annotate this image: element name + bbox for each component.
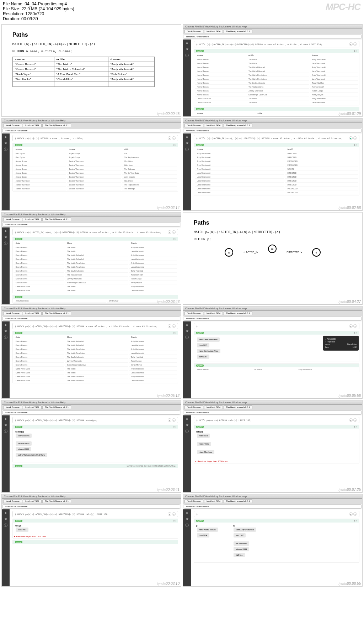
mpc-logo: MPC-HC bbox=[326, 1, 360, 12]
duration: Duration: 00:09:39 bbox=[3, 16, 361, 21]
thumbnail-1[interactable]: Paths MATCH (a)-[:ACTED_IN]->(m)<-[:DIRE… bbox=[1, 24, 181, 117]
run-icon[interactable]: ▶ bbox=[349, 42, 353, 46]
file-size: File Size: 22,9 MB (24 104 929 bytes) bbox=[3, 6, 361, 11]
thumbnail-2[interactable]: Chrome File Edit View History Bookmarks … bbox=[183, 24, 363, 117]
add-icon[interactable]: + bbox=[353, 42, 357, 46]
query[interactable]: $ MATCH (a)-[:ACTED_IN]->(m)<-[:DIRECTED… bbox=[196, 43, 322, 46]
thumbnail-3[interactable]: Chrome File Edit View History Bookmarks … bbox=[1, 118, 181, 211]
thumbnail-8[interactable]: Chrome File Edit View History Bookmarks … bbox=[183, 306, 363, 399]
thumbnail-7[interactable]: Chrome File Edit View History Bookmarks … bbox=[1, 306, 181, 399]
thumbnail-6[interactable]: Paths MATCH p=(a)-[:ACTED_IN]->(m)<-[:DI… bbox=[183, 212, 363, 305]
slide-title: Paths bbox=[12, 32, 170, 38]
code-line: MATCH (a)-[:ACTED_IN]->(m)<-[:DIRECTED]-… bbox=[12, 42, 170, 46]
path-diagram: a ↗ ACTED_IN m DIRECTED ↘ d bbox=[194, 248, 352, 257]
node-tooltip: ● Person (1)○ Properties nameDiane Dehn … bbox=[323, 336, 359, 351]
thumbnail-4[interactable]: Chrome File Edit View History Bookmarks … bbox=[183, 118, 363, 211]
resolution: Resolution: 1280x720 bbox=[3, 11, 361, 16]
thumbnail-9[interactable]: Chrome File Edit View History Bookmarks … bbox=[1, 400, 181, 493]
thumbnail-11[interactable]: Chrome File Edit View History Bookmarks … bbox=[1, 494, 181, 587]
thumbnail-grid: Paths MATCH (a)-[:ACTED_IN]->(m)<-[:DIRE… bbox=[0, 23, 364, 588]
thumbnail-12[interactable]: Chrome File Edit View History Bookmarks … bbox=[183, 494, 363, 587]
thumbnail-5[interactable]: Chrome File Edit View History Bookmarks … bbox=[1, 212, 181, 305]
result-table: a.namem.titled.name"Keanu Reeves""The Ma… bbox=[12, 57, 155, 87]
thumbnail-10[interactable]: Chrome File Edit View History Bookmarks … bbox=[183, 400, 363, 493]
file-info-header: File Name: 04_04-Properties.mp4 File Siz… bbox=[0, 0, 364, 23]
file-name: File Name: 04_04-Properties.mp4 bbox=[3, 1, 361, 6]
code-line: RETURN a.name, m.title, d.name; bbox=[12, 49, 170, 53]
error-message: ▲ Resultset larger than 1000 rows bbox=[13, 535, 178, 538]
browser-menu[interactable]: Chrome File Edit View History Bookmarks … bbox=[183, 25, 362, 29]
